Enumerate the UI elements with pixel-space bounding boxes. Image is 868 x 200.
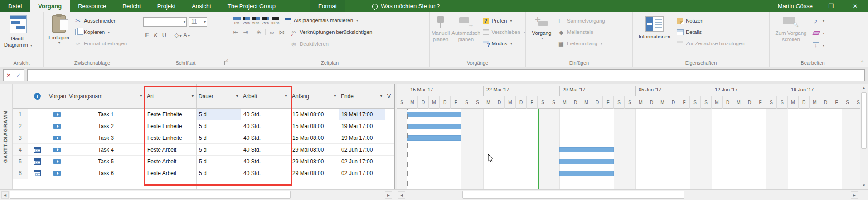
column-header-arbeit[interactable]: Arbeit▼ <box>241 84 290 109</box>
cell-art-row3[interactable]: Feste Einheite <box>145 132 197 144</box>
bold-button[interactable]: F <box>143 32 151 38</box>
cell-mode-row1[interactable] <box>47 109 67 120</box>
gantt-diagramm-button[interactable]: Gantt- Diagramm ▾ <box>2 14 34 48</box>
fill-button[interactable]: ↓▾ <box>812 41 824 50</box>
clear-button[interactable]: ▾ <box>812 29 824 38</box>
cell-art-row6[interactable]: Feste Arbeit <box>145 167 197 179</box>
tab-projekt[interactable]: Projekt <box>149 0 184 12</box>
column-header-ende[interactable]: Ende▼ <box>339 84 385 109</box>
column-header-dauer[interactable]: Dauer▼ <box>197 84 241 109</box>
cell-anfang-row2[interactable]: 15 Mai 08:00 <box>290 120 339 132</box>
cell-num-row2[interactable]: 2 <box>13 120 28 132</box>
restore-window-button[interactable]: ❐ <box>824 3 837 10</box>
percent-complete-0[interactable]: 0% <box>232 16 242 25</box>
cell-v-row2[interactable] <box>385 120 394 132</box>
percent-complete-50[interactable]: 50% <box>251 16 261 25</box>
cell-v-row1[interactable] <box>385 109 394 120</box>
table-scroll-thumb[interactable] <box>10 191 291 199</box>
cell-info-row4[interactable] <box>28 144 47 156</box>
cell-info-row6[interactable] <box>28 167 47 179</box>
cell-ende-row3[interactable]: 19 Mai 17:00 <box>339 132 385 144</box>
find-button[interactable]: ⌕▾ <box>812 16 824 25</box>
chart-scroll-right-button[interactable]: ▶ <box>851 191 858 199</box>
task-bar-task-3[interactable] <box>407 135 461 141</box>
als-plangemaess-button[interactable]: Als plangemäß markieren▾ <box>284 16 358 25</box>
cell-info-row2[interactable] <box>28 120 47 132</box>
cell-num-row1[interactable]: 1 <box>13 109 28 120</box>
cell-name-row5[interactable]: Task 5 <box>67 156 145 167</box>
column-header-v[interactable]: V <box>385 84 394 109</box>
column-header-num[interactable] <box>13 84 28 109</box>
informationen-button[interactable]: Informationen <box>635 14 674 40</box>
percent-complete-25[interactable]: 25% <box>242 16 251 25</box>
einfuegen-button[interactable]: Einfügen▾ <box>45 14 73 45</box>
cell-v-row4[interactable] <box>385 144 394 156</box>
cell-arbeit-row3[interactable]: 40 Std. <box>241 132 290 144</box>
cell-num-row3[interactable]: 3 <box>13 132 28 144</box>
task-bar-task-4[interactable] <box>559 147 614 152</box>
link-tasks-icon[interactable]: ∞ <box>268 29 276 36</box>
cell-arbeit-row2[interactable]: 40 Std. <box>241 120 290 132</box>
cell-ende-row1[interactable]: 19 Mai 17:00 <box>339 109 385 120</box>
entry-cancel-button[interactable]: ✕ <box>6 72 11 79</box>
chart-scroll-thumb[interactable] <box>462 191 684 199</box>
cell-name-row4[interactable]: Task 4 <box>67 144 145 156</box>
cell-mode-row2[interactable] <box>47 120 67 132</box>
cell-art-row2[interactable]: Feste Einheite <box>145 120 197 132</box>
font-color-button[interactable]: A▾ <box>183 32 190 38</box>
cell-mode-row3[interactable] <box>47 132 67 144</box>
tell-me-box[interactable]: Was möchten Sie tun? <box>372 0 440 12</box>
cell-ende-row5[interactable]: 02 Jun 17:00 <box>339 156 385 167</box>
cell-art-row1[interactable]: Feste Einheite <box>145 109 197 120</box>
cell-num-row4[interactable]: 4 <box>13 144 28 156</box>
italic-button[interactable]: K <box>152 32 160 38</box>
column-filter-arrow[interactable]: ▼ <box>284 94 288 98</box>
cell-v-row6[interactable] <box>385 167 394 179</box>
cell-anfang-row4[interactable]: 29 Mai 08:00 <box>290 144 339 156</box>
table-scroll-left-button[interactable]: ◀ <box>1 191 9 199</box>
meilenstein-button[interactable]: ◆ Meilenstein <box>558 28 605 37</box>
cell-anfang-row5[interactable]: 29 Mai 08:00 <box>290 156 339 167</box>
outdent-icon[interactable]: ⇤ <box>232 29 239 36</box>
cell-dauer-row5[interactable]: 5 d <box>197 156 241 167</box>
cell-v-row3[interactable] <box>385 132 394 144</box>
close-window-button[interactable]: ✕ <box>849 3 862 10</box>
cell-mode-row6[interactable] <box>47 167 67 179</box>
automatisch-planen-button[interactable]: Automatischplanen <box>451 14 480 43</box>
entry-input[interactable] <box>27 69 865 81</box>
font-size-combobox[interactable]: 11▾ <box>189 17 207 27</box>
percent-complete-75[interactable]: 75% <box>261 16 270 25</box>
details-button[interactable]: Details <box>676 28 745 37</box>
tab-datei[interactable]: Datei <box>0 0 30 12</box>
format-uebertragen-button[interactable]: ✑ Format übertragen <box>74 39 127 48</box>
column-header-anfang[interactable]: Anfang▼ <box>290 84 339 109</box>
cell-arbeit-row1[interactable]: 40 Std. <box>241 109 290 120</box>
task-bar-task-5[interactable] <box>559 159 614 164</box>
vertical-scroll-thumb[interactable] <box>861 92 867 149</box>
column-header-info[interactable]: i <box>28 84 47 109</box>
vertical-scrollbar[interactable]: ▲ ▼ <box>860 84 868 189</box>
cell-anfang-row1[interactable]: 15 Mai 08:00 <box>290 109 339 120</box>
table-scroll-right-button[interactable]: ▶ <box>385 191 392 199</box>
notizen-button[interactable]: Notizen <box>676 16 745 25</box>
cell-info-row3[interactable] <box>28 132 47 144</box>
deaktivieren-button[interactable]: ⊜ Deaktivieren <box>290 39 372 48</box>
verknuepfungen-button[interactable]: ∞✓ Verknüpfungen berücksichtigen <box>290 28 372 37</box>
entry-confirm-button[interactable]: ✓ <box>16 72 21 79</box>
cell-dauer-row2[interactable]: 5 d <box>197 120 241 132</box>
cell-mode-row5[interactable] <box>47 156 67 167</box>
cell-ende-row6[interactable]: 02 Jun 17:00 <box>339 167 385 179</box>
column-header-art[interactable]: Art▼ <box>145 84 197 109</box>
vorgang-einfuegen-button[interactable]: Vorgang▾ <box>528 14 556 41</box>
zum-vorgang-scrollen-button[interactable]: Zum Vorgangscrollen <box>771 14 810 43</box>
task-bar-task-2[interactable] <box>407 124 461 129</box>
cell-arbeit-row5[interactable]: 40 Std. <box>241 156 290 167</box>
column-filter-arrow[interactable]: ▼ <box>139 94 143 98</box>
cell-name-row2[interactable]: Task 2 <box>67 120 145 132</box>
scroll-up-button[interactable]: ▲ <box>861 85 867 91</box>
tab-bericht[interactable]: Bericht <box>114 0 149 12</box>
verschieben-button[interactable]: Verschieben▾ <box>482 28 525 37</box>
indent-icon[interactable]: ⇥ <box>242 29 249 36</box>
cell-anfang-row3[interactable]: 15 Mai 08:00 <box>290 132 339 144</box>
cell-dauer-row4[interactable]: 5 d <box>197 144 241 156</box>
